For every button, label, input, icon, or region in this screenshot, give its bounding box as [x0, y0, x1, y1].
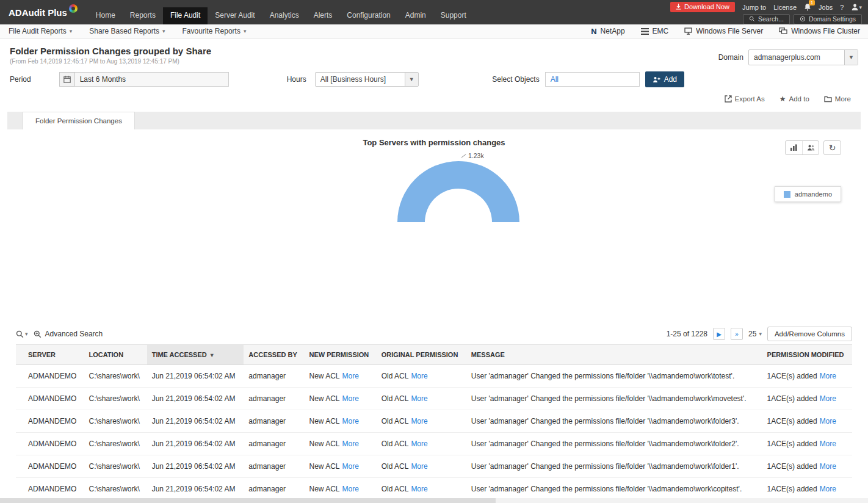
subnav-item-favourite-reports[interactable]: Favourite Reports▾: [174, 24, 255, 38]
nav-item-reports[interactable]: Reports: [123, 7, 163, 24]
new-permission-more-link[interactable]: More: [342, 462, 359, 471]
main-menu: HomeReportsFile AuditServer AuditAnalyti…: [89, 7, 474, 24]
cell-location: C:\shares\work\: [84, 365, 146, 388]
cell-new-permission: New ACLMore: [304, 388, 376, 410]
col-accessed-by[interactable]: ACCESSED BY: [244, 345, 304, 365]
new-permission-more-link[interactable]: More: [342, 440, 359, 448]
emc-tab[interactable]: EMC: [633, 27, 677, 35]
nav-item-support[interactable]: Support: [433, 7, 474, 24]
new-permission-more-link[interactable]: More: [342, 417, 359, 425]
add-objects-button[interactable]: Add: [645, 71, 684, 87]
windows-file-cluster-tab[interactable]: Windows File Cluster: [771, 27, 868, 35]
permission-modified-more-link[interactable]: More: [820, 417, 836, 425]
notification-badge: 1: [809, 0, 815, 5]
original-permission-more-link[interactable]: More: [411, 462, 427, 471]
app-logo[interactable]: ADAudit Plus: [0, 0, 89, 24]
cell-accessed-by: admanager: [244, 388, 304, 410]
cell-accessed-by: admanager: [244, 433, 304, 455]
subnav-left: File Audit Reports▾Share Based Reports▾F…: [0, 24, 255, 38]
col-server[interactable]: SERVER: [16, 345, 84, 365]
hours-select[interactable]: All [Business Hours] ▼: [315, 72, 419, 87]
col-original-permission[interactable]: ORIGINAL PERMISSION: [377, 345, 466, 365]
results-table: SERVER LOCATION TIME ACCESSED▼ ACCESSED …: [16, 344, 852, 501]
calendar-icon: [63, 76, 71, 83]
gear-icon: [800, 16, 806, 22]
permission-modified-more-link[interactable]: More: [820, 462, 836, 471]
export-as-button[interactable]: Export As: [725, 95, 765, 103]
domain-label: Domain: [718, 53, 743, 62]
permission-modified-more-link[interactable]: More: [820, 372, 836, 380]
original-permission-more-link[interactable]: More: [411, 417, 427, 425]
col-message[interactable]: MESSAGE: [466, 345, 762, 365]
new-permission-more-link[interactable]: More: [342, 394, 359, 403]
cell-time-accessed: Jun 21,2019 06:54:02 AM: [147, 478, 244, 501]
original-permission-more-link[interactable]: More: [411, 372, 427, 380]
domain-select[interactable]: admanagerplus.com ▼: [748, 49, 858, 65]
permission-modified-more-link[interactable]: More: [820, 394, 836, 403]
col-location[interactable]: LOCATION: [84, 345, 146, 365]
filter-row: Period Last 6 Months Hours All [Business…: [0, 67, 868, 91]
new-permission-more-link[interactable]: More: [342, 372, 359, 380]
netapp-tab[interactable]: N NetApp: [583, 27, 632, 36]
nav-item-file-audit[interactable]: File Audit: [163, 7, 208, 24]
add-to-button[interactable]: ★ Add to: [779, 95, 809, 103]
horizontal-scrollbar[interactable]: [0, 498, 868, 503]
chevron-down-icon: ▼: [844, 50, 858, 65]
cell-message: User 'admanager' Changed the permissions…: [466, 388, 762, 410]
bar-chart-icon[interactable]: [786, 141, 802, 154]
nav-item-alerts[interactable]: Alerts: [306, 7, 340, 24]
period-input[interactable]: Last 6 Months: [75, 72, 229, 87]
group-by-users-icon[interactable]: [802, 141, 819, 154]
chart-legend-item[interactable]: admandemo: [775, 186, 841, 202]
user-menu-button[interactable]: ▾: [851, 3, 862, 11]
tab-folder-permission-changes[interactable]: Folder Permission Changes: [23, 112, 135, 129]
original-permission-more-link[interactable]: More: [411, 440, 427, 448]
cell-accessed-by: admanager: [244, 410, 304, 433]
next-page-button[interactable]: ▶: [713, 328, 725, 340]
permission-modified-more-link[interactable]: More: [820, 440, 836, 448]
more-actions-button[interactable]: More: [824, 95, 851, 103]
cell-message: User 'admanager' Changed the permissions…: [466, 365, 762, 388]
calendar-button[interactable]: [59, 72, 75, 87]
last-page-button[interactable]: »: [731, 328, 743, 340]
add-remove-columns-button[interactable]: Add/Remove Columns: [767, 327, 852, 341]
page-size-select[interactable]: 25 ▾: [748, 330, 762, 338]
global-search-button[interactable]: Search...: [743, 14, 790, 24]
advanced-search-button[interactable]: Advanced Search: [34, 330, 103, 338]
jobs-link[interactable]: Jobs: [819, 4, 833, 11]
cell-server: ADMANDEMO: [16, 388, 84, 410]
col-new-permission[interactable]: NEW PERMISSION: [304, 345, 376, 365]
refresh-icon[interactable]: ↻: [824, 141, 841, 154]
download-now-button[interactable]: Download Now: [670, 2, 735, 12]
jump-to-link[interactable]: Jump to: [742, 4, 766, 11]
table-row: ADMANDEMO C:\shares\work\ Jun 21,2019 06…: [16, 410, 852, 433]
cell-message: User 'admanager' Changed the permissions…: [466, 478, 762, 501]
search-button[interactable]: ▾: [16, 330, 28, 338]
subnav-item-file-audit-reports[interactable]: File Audit Reports▾: [0, 24, 81, 38]
col-time-accessed[interactable]: TIME ACCESSED▼: [147, 345, 244, 365]
select-objects-input[interactable]: All: [545, 72, 640, 87]
new-permission-more-link[interactable]: More: [342, 485, 359, 493]
notifications-button[interactable]: 1: [804, 3, 811, 11]
page-title: Folder Permission Changes grouped by Sha…: [10, 46, 211, 56]
original-permission-more-link[interactable]: More: [411, 485, 427, 493]
nav-item-admin[interactable]: Admin: [398, 7, 433, 24]
original-permission-more-link[interactable]: More: [411, 394, 427, 403]
report-tab-strip: Folder Permission Changes: [7, 112, 861, 129]
nav-item-home[interactable]: Home: [89, 7, 123, 24]
col-permission-modified[interactable]: PERMISSION MODIFIED: [762, 345, 852, 365]
subnav-item-share-based-reports[interactable]: Share Based Reports▾: [81, 24, 173, 38]
nav-item-server-audit[interactable]: Server Audit: [208, 7, 262, 24]
nav-item-configuration[interactable]: Configuration: [339, 7, 397, 24]
nav-item-analytics[interactable]: Analytics: [262, 7, 306, 24]
license-link[interactable]: License: [773, 4, 797, 11]
logo-swirl-icon: [69, 4, 78, 13]
domain-settings-button[interactable]: Domain Settings: [794, 14, 862, 24]
label-tick: [461, 154, 466, 157]
permission-modified-more-link[interactable]: More: [820, 485, 836, 493]
cell-server: ADMANDEMO: [16, 410, 84, 433]
windows-file-server-tab[interactable]: Windows File Server: [676, 27, 771, 35]
help-button[interactable]: ?: [840, 4, 844, 11]
scrollbar-thumb[interactable]: [0, 498, 496, 503]
donut-segment-admandemo[interactable]: [397, 161, 519, 222]
